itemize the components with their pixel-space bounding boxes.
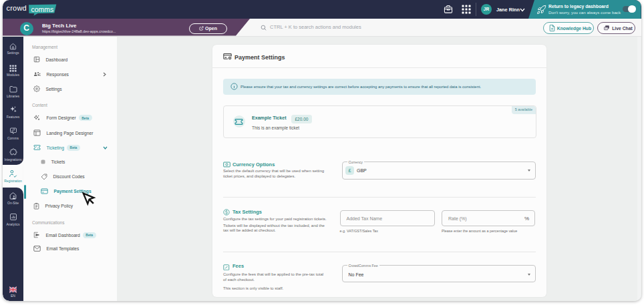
svg-text:comms: comms bbox=[31, 5, 54, 13]
